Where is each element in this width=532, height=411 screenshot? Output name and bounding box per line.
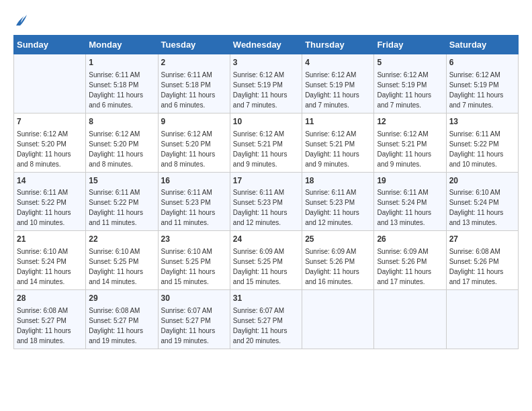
day-number: 21 [17,234,83,245]
calendar-cell: 31Sunrise: 6:07 AMSunset: 5:27 PMDayligh… [230,290,302,349]
calendar-cell: 25Sunrise: 6:09 AMSunset: 5:26 PMDayligh… [302,231,374,290]
day-info: Sunrise: 6:11 AMSunset: 5:18 PMDaylight:… [161,71,216,109]
day-number: 28 [17,293,83,304]
calendar-cell [14,54,86,113]
calendar-cell: 18Sunrise: 6:11 AMSunset: 5:23 PMDayligh… [302,172,374,231]
day-number: 8 [89,116,154,128]
weekday-header-row: SundayMondayTuesdayWednesdayThursdayFrid… [14,36,519,54]
calendar-table: SundayMondayTuesdayWednesdayThursdayFrid… [13,35,519,349]
weekday-header: Thursday [302,36,374,54]
day-info: Sunrise: 6:07 AMSunset: 5:27 PMDaylight:… [161,307,216,345]
calendar-cell: 4Sunrise: 6:12 AMSunset: 5:19 PMDaylight… [302,54,374,113]
calendar-cell: 7Sunrise: 6:12 AMSunset: 5:20 PMDaylight… [14,113,86,172]
calendar-cell: 8Sunrise: 6:12 AMSunset: 5:20 PMDaylight… [86,113,158,172]
day-info: Sunrise: 6:08 AMSunset: 5:26 PMDaylight:… [449,248,504,285]
day-number: 26 [377,234,443,245]
day-info: Sunrise: 6:12 AMSunset: 5:20 PMDaylight:… [17,130,71,168]
calendar-cell: 1Sunrise: 6:11 AMSunset: 5:18 PMDaylight… [86,54,158,113]
day-number: 30 [161,293,227,304]
calendar-cell: 10Sunrise: 6:12 AMSunset: 5:21 PMDayligh… [230,113,302,172]
calendar-cell: 28Sunrise: 6:08 AMSunset: 5:27 PMDayligh… [14,290,86,349]
calendar-cell: 29Sunrise: 6:08 AMSunset: 5:27 PMDayligh… [86,290,158,349]
day-info: Sunrise: 6:10 AMSunset: 5:24 PMDaylight:… [449,189,504,226]
day-number: 1 [89,57,154,68]
day-number: 5 [377,57,443,68]
calendar-cell: 23Sunrise: 6:10 AMSunset: 5:25 PMDayligh… [158,231,230,290]
calendar-week-row: 14Sunrise: 6:11 AMSunset: 5:22 PMDayligh… [14,172,519,231]
calendar-cell: 15Sunrise: 6:11 AMSunset: 5:22 PMDayligh… [86,172,158,231]
day-info: Sunrise: 6:07 AMSunset: 5:27 PMDaylight:… [233,307,287,345]
logo-text [13,13,27,28]
day-number: 17 [233,175,299,187]
logo [13,13,27,28]
day-info: Sunrise: 6:11 AMSunset: 5:23 PMDaylight:… [305,189,359,226]
day-info: Sunrise: 6:11 AMSunset: 5:23 PMDaylight:… [233,189,287,226]
day-number: 16 [161,175,227,187]
weekday-header: Wednesday [230,36,302,54]
day-number: 9 [161,116,227,128]
day-info: Sunrise: 6:12 AMSunset: 5:19 PMDaylight:… [377,71,431,109]
logo-bird-icon [15,13,27,28]
calendar-cell: 30Sunrise: 6:07 AMSunset: 5:27 PMDayligh… [158,290,230,349]
calendar-cell: 24Sunrise: 6:09 AMSunset: 5:25 PMDayligh… [230,231,302,290]
day-info: Sunrise: 6:10 AMSunset: 5:25 PMDaylight:… [89,248,143,285]
day-info: Sunrise: 6:09 AMSunset: 5:25 PMDaylight:… [233,248,287,285]
calendar-cell: 13Sunrise: 6:11 AMSunset: 5:22 PMDayligh… [446,113,518,172]
calendar-cell: 20Sunrise: 6:10 AMSunset: 5:24 PMDayligh… [446,172,518,231]
calendar-cell: 14Sunrise: 6:11 AMSunset: 5:22 PMDayligh… [14,172,86,231]
day-number: 12 [377,116,443,128]
day-number: 18 [305,175,371,187]
day-number: 20 [449,175,515,187]
day-info: Sunrise: 6:11 AMSunset: 5:18 PMDaylight:… [89,71,143,109]
calendar-cell: 17Sunrise: 6:11 AMSunset: 5:23 PMDayligh… [230,172,302,231]
day-number: 10 [233,116,299,128]
day-info: Sunrise: 6:10 AMSunset: 5:24 PMDaylight:… [17,248,71,285]
calendar-week-row: 1Sunrise: 6:11 AMSunset: 5:18 PMDaylight… [14,54,519,113]
weekday-header: Tuesday [158,36,230,54]
calendar-cell: 16Sunrise: 6:11 AMSunset: 5:23 PMDayligh… [158,172,230,231]
day-number: 2 [161,57,227,68]
calendar-cell: 12Sunrise: 6:12 AMSunset: 5:21 PMDayligh… [374,113,446,172]
day-info: Sunrise: 6:11 AMSunset: 5:22 PMDaylight:… [89,189,143,226]
calendar-cell: 6Sunrise: 6:12 AMSunset: 5:19 PMDaylight… [446,54,518,113]
day-info: Sunrise: 6:12 AMSunset: 5:19 PMDaylight:… [305,71,359,109]
day-number: 25 [305,234,371,245]
day-number: 11 [305,116,371,128]
day-number: 13 [449,116,515,128]
day-info: Sunrise: 6:12 AMSunset: 5:20 PMDaylight:… [89,130,143,168]
day-info: Sunrise: 6:10 AMSunset: 5:25 PMDaylight:… [161,248,216,285]
day-number: 22 [89,234,154,245]
calendar-cell: 21Sunrise: 6:10 AMSunset: 5:24 PMDayligh… [14,231,86,290]
calendar-cell: 3Sunrise: 6:12 AMSunset: 5:19 PMDaylight… [230,54,302,113]
day-number: 27 [449,234,515,245]
calendar-cell: 5Sunrise: 6:12 AMSunset: 5:19 PMDaylight… [374,54,446,113]
day-number: 23 [161,234,227,245]
day-number: 29 [89,293,154,304]
day-info: Sunrise: 6:08 AMSunset: 5:27 PMDaylight:… [89,307,143,345]
day-info: Sunrise: 6:09 AMSunset: 5:26 PMDaylight:… [305,248,359,285]
weekday-header: Friday [374,36,446,54]
day-number: 4 [305,57,371,68]
page-header [13,13,519,28]
calendar-cell [374,290,446,349]
day-number: 6 [449,57,515,68]
weekday-header: Sunday [14,36,86,54]
day-number: 3 [233,57,299,68]
calendar-cell: 2Sunrise: 6:11 AMSunset: 5:18 PMDaylight… [158,54,230,113]
calendar-cell: 22Sunrise: 6:10 AMSunset: 5:25 PMDayligh… [86,231,158,290]
calendar-cell [446,290,518,349]
calendar-cell: 11Sunrise: 6:12 AMSunset: 5:21 PMDayligh… [302,113,374,172]
day-info: Sunrise: 6:12 AMSunset: 5:19 PMDaylight:… [233,71,287,109]
day-info: Sunrise: 6:11 AMSunset: 5:22 PMDaylight:… [449,130,504,168]
calendar-week-row: 7Sunrise: 6:12 AMSunset: 5:20 PMDaylight… [14,113,519,172]
day-number: 14 [17,175,83,187]
calendar-cell: 26Sunrise: 6:09 AMSunset: 5:26 PMDayligh… [374,231,446,290]
day-info: Sunrise: 6:08 AMSunset: 5:27 PMDaylight:… [17,307,71,345]
calendar-week-row: 21Sunrise: 6:10 AMSunset: 5:24 PMDayligh… [14,231,519,290]
calendar-cell: 9Sunrise: 6:12 AMSunset: 5:20 PMDaylight… [158,113,230,172]
day-info: Sunrise: 6:12 AMSunset: 5:20 PMDaylight:… [161,130,216,168]
day-info: Sunrise: 6:12 AMSunset: 5:21 PMDaylight:… [305,130,359,168]
calendar-cell: 19Sunrise: 6:11 AMSunset: 5:24 PMDayligh… [374,172,446,231]
day-number: 15 [89,175,154,187]
day-number: 7 [17,116,83,128]
